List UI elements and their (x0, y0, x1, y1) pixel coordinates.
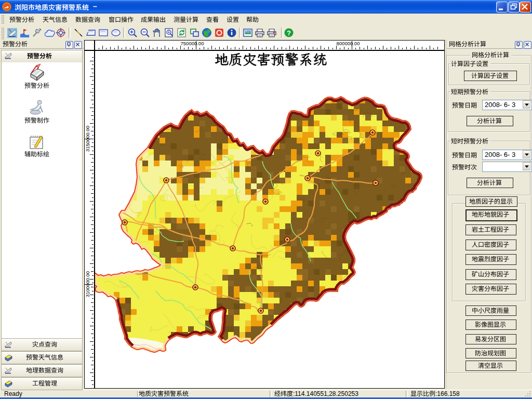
svg-text:800000.00: 800000.00 (337, 41, 360, 46)
svg-text:?: ? (287, 29, 291, 37)
svg-text:750000.00: 750000.00 (181, 41, 204, 46)
